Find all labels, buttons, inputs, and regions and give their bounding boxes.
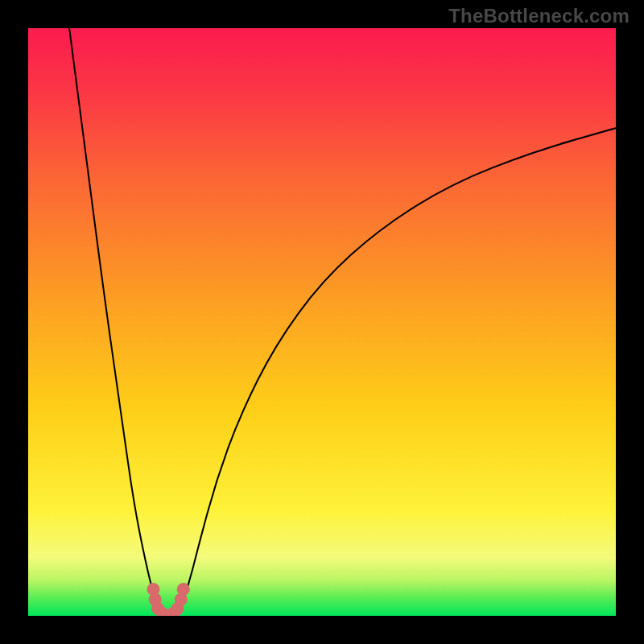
trough-marker	[177, 583, 190, 596]
watermark-text: TheBottleneck.com	[448, 5, 630, 27]
chart-frame: TheBottleneck.com	[0, 0, 644, 644]
chart-svg	[28, 28, 616, 616]
plot-area	[28, 28, 616, 616]
gradient-background	[28, 28, 616, 616]
